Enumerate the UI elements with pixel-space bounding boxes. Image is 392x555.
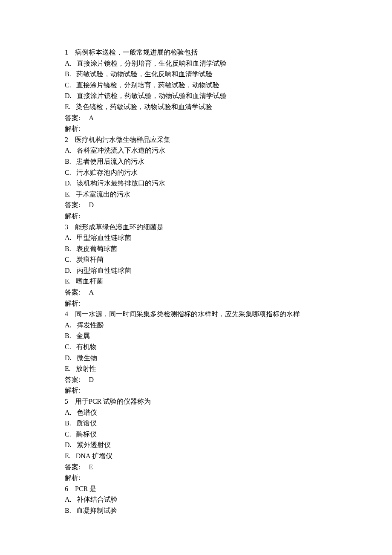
option-line: D. 紫外透射仪 <box>65 439 337 451</box>
answer-label: 答案: <box>65 376 80 383</box>
option-text: 有机物 <box>76 343 97 350</box>
option-line: E. 手术室流出的污水 <box>65 189 337 200</box>
option-label: D. <box>65 92 72 99</box>
option-line: E. 染色镜检，药敏试验，动物试验和血清学试验 <box>65 101 337 113</box>
explanation-line: 解析: <box>65 385 337 396</box>
option-line: B. 药敏试验，动物试验，生化反响和血清学试验 <box>65 69 337 80</box>
question-line: 5 用于PCR 试验的仪器称为 <box>65 396 337 407</box>
explanation-label: 解析: <box>65 212 80 220</box>
explanation-label: 解析: <box>65 300 80 307</box>
question-text: 用于PCR 试验的仪器称为 <box>75 398 151 405</box>
question-text: 医疗机构污水微生物样品应采集 <box>75 136 170 143</box>
option-line: D. 丙型溶血性链球菌 <box>65 265 337 276</box>
option-line: C. 污水贮存池内的污水 <box>65 167 337 178</box>
explanation-line: 解析: <box>65 123 337 134</box>
question-line: 1 病例标本送检，一般常规进展的检验包括 <box>65 47 337 58</box>
option-text: 嗜血杆菌 <box>76 278 103 285</box>
option-label: B. <box>65 158 71 165</box>
option-text: 污水贮存池内的污水 <box>76 169 138 176</box>
answer-value: A <box>89 114 94 121</box>
option-line: D. 微生物 <box>65 353 337 364</box>
option-label: B. <box>65 507 71 514</box>
explanation-line: 解析: <box>65 472 337 483</box>
option-label: E. <box>65 103 71 110</box>
answer-line: 答案: D <box>65 199 337 211</box>
question-number: 2 <box>65 136 68 143</box>
option-text: 质谱仪 <box>76 419 97 427</box>
option-label: B. <box>65 419 71 427</box>
question-line: 2 医疗机构污水微生物样品应采集 <box>65 134 337 145</box>
answer-line: 答案: E <box>65 462 337 473</box>
explanation-label: 解析: <box>65 474 80 481</box>
explanation-line: 解析: <box>65 211 337 222</box>
option-label: B. <box>65 332 71 339</box>
option-line: D. 该机构污水最终排放口的污水 <box>65 178 337 189</box>
option-label: C. <box>65 81 71 89</box>
answer-label: 答案: <box>65 114 80 121</box>
option-label: D. <box>65 267 72 274</box>
question-text: 同一水源，同一时间采集多类检测指标的水样时，应先采集哪项指标的水样 <box>75 310 300 318</box>
option-line: A. 各科室冲洗流入下水道的污水 <box>65 145 337 156</box>
answer-value: E <box>89 463 93 471</box>
option-label: D. <box>65 441 72 448</box>
option-line: B. 表皮葡萄球菌 <box>65 243 337 254</box>
option-label: A. <box>65 321 72 329</box>
option-text: DNA 扩增仪 <box>76 452 112 460</box>
option-line: A. 补体结合试验 <box>65 494 337 505</box>
option-line: E. 嗜血杆菌 <box>65 276 337 287</box>
option-text: 直接涂片镜检，分别培育，生化反响和血清学试验 <box>77 60 227 67</box>
option-label: D. <box>65 179 72 187</box>
option-text: 酶标仪 <box>76 431 97 438</box>
option-label: D. <box>65 354 72 361</box>
document-page: 1 病例标本送检，一般常规进展的检验包括A. 直接涂片镜检，分别培育，生化反响和… <box>0 0 392 555</box>
option-label: B. <box>65 70 71 78</box>
question-line: 4 同一水源，同一时间采集多类检测指标的水样时，应先采集哪项指标的水样 <box>65 309 337 320</box>
question-line: 3 能形成草绿色溶血环的细菌是 <box>65 222 337 233</box>
option-line: A. 挥发性酚 <box>65 320 337 331</box>
option-line: B. 血凝抑制试验 <box>65 505 337 516</box>
option-text: 挥发性酚 <box>77 321 104 329</box>
option-text: 直接涂片镜检，分别培育，药敏试验，动物试验 <box>76 81 219 89</box>
option-label: A. <box>65 60 72 67</box>
option-label: A. <box>65 234 72 241</box>
option-line: C. 炭疽杆菌 <box>65 254 337 265</box>
option-text: 甲型溶血性链球菌 <box>77 234 131 241</box>
option-line: C. 有机物 <box>65 341 337 353</box>
option-line: A. 甲型溶血性链球菌 <box>65 232 337 243</box>
option-label: B. <box>65 245 71 252</box>
answer-value: D <box>89 201 94 208</box>
option-label: C. <box>65 169 71 176</box>
answer-value: A <box>89 289 94 296</box>
answer-line: 答案: A <box>65 287 337 298</box>
option-label: A. <box>65 147 72 154</box>
question-number: 4 <box>65 310 68 318</box>
option-line: B. 质谱仪 <box>65 418 337 429</box>
option-text: 药敏试验，动物试验，生化反响和血清学试验 <box>76 70 213 78</box>
option-line: D. 直接涂片镜检，药敏试验，动物试验和血清学试验 <box>65 90 337 101</box>
option-label: E. <box>65 278 71 285</box>
answer-label: 答案: <box>65 289 80 296</box>
question-number: 5 <box>65 398 68 405</box>
option-label: E. <box>65 191 71 198</box>
option-text: 丙型溶血性链球菌 <box>77 267 131 274</box>
option-text: 该机构污水最终排放口的污水 <box>77 179 165 187</box>
option-text: 各科室冲洗流入下水道的污水 <box>77 147 165 154</box>
question-number: 1 <box>65 49 68 56</box>
option-label: C. <box>65 256 71 263</box>
explanation-label: 解析: <box>65 387 80 394</box>
option-label: C. <box>65 431 71 438</box>
option-text: 患者使用后流入的污水 <box>76 158 144 165</box>
answer-label: 答案: <box>65 201 80 208</box>
option-label: E. <box>65 365 71 372</box>
option-text: 放射性 <box>76 365 96 372</box>
option-text: 色谱仪 <box>77 409 97 416</box>
option-text: 微生物 <box>77 354 97 361</box>
question-text: 病例标本送检，一般常规进展的检验包括 <box>75 49 198 56</box>
question-number: 6 <box>65 485 68 492</box>
option-label: C. <box>65 343 71 350</box>
option-line: E. 放射性 <box>65 363 337 374</box>
option-label: A. <box>65 496 72 503</box>
option-line: E. DNA 扩增仪 <box>65 451 337 462</box>
option-text: 补体结合试验 <box>77 496 118 503</box>
option-line: C. 酶标仪 <box>65 429 337 440</box>
